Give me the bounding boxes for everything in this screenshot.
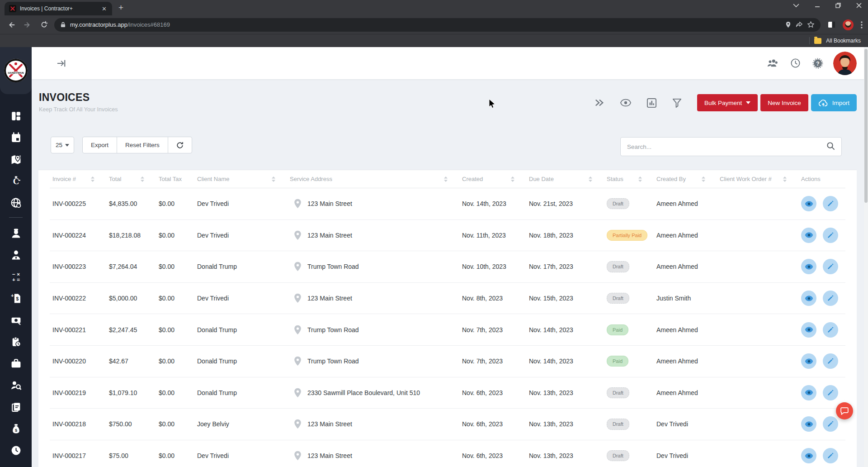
sidebar-item-jobs[interactable] bbox=[0, 353, 32, 374]
location-pin-icon[interactable] bbox=[785, 21, 791, 28]
browser-profile-avatar[interactable] bbox=[843, 19, 854, 30]
cell-actions[interactable] bbox=[798, 196, 845, 211]
edit-invoice-button[interactable] bbox=[823, 416, 838, 432]
cell-actions[interactable] bbox=[798, 385, 845, 400]
sidebar-item-payments[interactable] bbox=[0, 309, 32, 331]
cell-actions[interactable] bbox=[798, 291, 845, 306]
edit-invoice-button[interactable] bbox=[823, 228, 838, 243]
view-invoice-button[interactable] bbox=[801, 322, 816, 338]
page-size-select[interactable]: 25 bbox=[51, 137, 74, 153]
view-invoice-button[interactable] bbox=[801, 228, 816, 243]
sidebar-item-contractor-plus[interactable]: C bbox=[0, 170, 32, 192]
cell-client-name: Donald Trump bbox=[194, 357, 287, 365]
user-avatar[interactable] bbox=[833, 52, 857, 75]
side-panel-icon[interactable] bbox=[828, 21, 835, 28]
view-invoice-button[interactable] bbox=[801, 416, 816, 432]
import-button[interactable]: Import bbox=[811, 94, 857, 111]
filter-icon[interactable] bbox=[672, 98, 682, 108]
edit-invoice-button[interactable] bbox=[823, 448, 838, 463]
collapse-toolbar-icon[interactable] bbox=[594, 98, 605, 107]
chat-widget-button[interactable] bbox=[836, 402, 853, 419]
column-header-created-by[interactable]: Created By bbox=[654, 176, 717, 182]
forward-icon[interactable] bbox=[22, 19, 33, 31]
edit-invoice-button[interactable] bbox=[823, 322, 838, 338]
view-invoice-button[interactable] bbox=[801, 196, 816, 211]
team-icon[interactable] bbox=[767, 58, 778, 68]
reload-icon[interactable] bbox=[38, 19, 50, 31]
all-bookmarks-label[interactable]: All Bookmarks bbox=[826, 38, 861, 44]
refresh-button[interactable] bbox=[168, 137, 192, 153]
column-header-status[interactable]: Status bbox=[604, 176, 654, 182]
sidebar-item-history[interactable] bbox=[0, 439, 32, 461]
browser-menu-icon[interactable] bbox=[861, 21, 863, 29]
sidebar-item-invoices[interactable]: $+ bbox=[0, 287, 32, 309]
back-icon[interactable] bbox=[5, 19, 17, 31]
help-icon[interactable]: ? bbox=[812, 58, 823, 69]
view-invoice-button[interactable] bbox=[801, 385, 816, 400]
sidebar-item-leads[interactable] bbox=[0, 374, 32, 396]
column-header-created[interactable]: Created bbox=[459, 176, 526, 182]
edit-invoice-button[interactable] bbox=[823, 259, 838, 274]
window-menu-icon[interactable] bbox=[793, 4, 799, 7]
sidebar-item-estimates[interactable]: −×+= bbox=[0, 266, 32, 287]
sidebar-item-calendar[interactable] bbox=[0, 127, 32, 148]
sidebar-item-expenses[interactable]: $ bbox=[0, 418, 32, 439]
window-minimize-icon[interactable] bbox=[815, 3, 820, 8]
cell-total-tax: $0.00 bbox=[156, 357, 194, 365]
company-logo[interactable]: HANDYMAN bbox=[0, 47, 32, 94]
url-bar[interactable]: my.contractorplus.app/invoices#68169 bbox=[54, 18, 821, 32]
edit-icon bbox=[827, 200, 834, 207]
cell-actions[interactable] bbox=[798, 353, 845, 369]
sidebar-item-map[interactable] bbox=[0, 148, 32, 170]
visibility-columns-icon[interactable] bbox=[620, 98, 632, 107]
column-header-invoice[interactable]: Invoice # bbox=[50, 176, 106, 182]
column-header-client-name[interactable]: Client Name bbox=[194, 176, 287, 182]
chart-icon[interactable] bbox=[646, 98, 657, 108]
bulk-payment-button[interactable]: Bulk Payment bbox=[697, 94, 758, 111]
sidebar-item-time-clock[interactable] bbox=[0, 331, 32, 353]
browser-tab[interactable]: Invoices | Contractor+ ✕ bbox=[5, 2, 112, 15]
edit-icon bbox=[827, 452, 834, 459]
sidebar-item-tasks[interactable] bbox=[0, 396, 32, 418]
page-scrollbar[interactable] bbox=[864, 47, 868, 467]
new-invoice-button[interactable]: New Invoice bbox=[760, 94, 808, 111]
new-tab-button[interactable]: + bbox=[118, 3, 123, 13]
edit-icon bbox=[827, 420, 834, 428]
reset-filters-button[interactable]: Reset Filters bbox=[117, 137, 168, 153]
cell-actions[interactable] bbox=[798, 448, 845, 463]
view-invoice-button[interactable] bbox=[801, 353, 816, 369]
view-invoice-button[interactable] bbox=[801, 291, 816, 306]
share-icon[interactable] bbox=[796, 22, 803, 28]
column-header-due-date[interactable]: Due Date bbox=[526, 176, 604, 182]
export-button[interactable]: Export bbox=[83, 137, 117, 153]
search-input[interactable] bbox=[627, 143, 826, 150]
edit-invoice-button[interactable] bbox=[823, 385, 838, 400]
bookmark-star-icon[interactable] bbox=[807, 21, 814, 28]
sidebar-expand-icon[interactable] bbox=[57, 59, 66, 68]
sidebar-item-client[interactable] bbox=[0, 244, 32, 266]
column-header-service-address[interactable]: Service Address bbox=[287, 176, 459, 182]
cell-actions[interactable] bbox=[798, 416, 845, 432]
column-header-total[interactable]: Total bbox=[106, 176, 156, 182]
column-header-total-tax: Total Tax bbox=[156, 176, 194, 182]
sidebar-item-dashboard[interactable] bbox=[0, 105, 32, 127]
column-header-client-work-order[interactable]: Client Work Order # bbox=[717, 176, 798, 182]
scrollbar-thumb[interactable] bbox=[864, 49, 868, 203]
clock-icon[interactable] bbox=[790, 58, 801, 68]
view-invoice-button[interactable] bbox=[801, 448, 816, 463]
window-close-icon[interactable] bbox=[856, 3, 862, 8]
tab-title: Invoices | Contractor+ bbox=[20, 5, 97, 12]
sidebar-item-globe[interactable] bbox=[0, 192, 32, 214]
sidebar-item-worker[interactable] bbox=[0, 222, 32, 244]
search-box[interactable] bbox=[620, 137, 842, 156]
edit-invoice-button[interactable] bbox=[823, 291, 838, 306]
edit-invoice-button[interactable] bbox=[823, 196, 838, 211]
tab-close-icon[interactable]: ✕ bbox=[101, 5, 108, 13]
edit-invoice-button[interactable] bbox=[823, 353, 838, 369]
search-icon[interactable] bbox=[826, 142, 835, 152]
cell-actions[interactable] bbox=[798, 259, 845, 274]
view-invoice-button[interactable] bbox=[801, 259, 816, 274]
cell-actions[interactable] bbox=[798, 322, 845, 338]
cell-actions[interactable] bbox=[798, 228, 845, 243]
window-restore-icon[interactable] bbox=[835, 3, 841, 8]
